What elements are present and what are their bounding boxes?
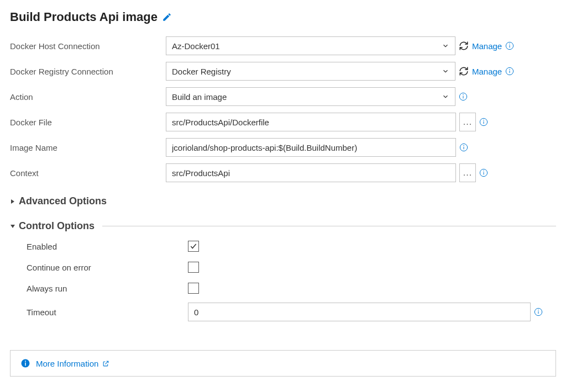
edit-title-button[interactable] <box>162 12 172 22</box>
chevron-down-icon <box>442 42 449 50</box>
info-icon <box>505 41 514 50</box>
context-info[interactable] <box>479 168 488 177</box>
caret-down-icon <box>10 224 15 229</box>
svg-point-17 <box>484 171 484 171</box>
svg-marker-18 <box>11 199 14 204</box>
info-icon <box>505 67 514 76</box>
advanced-options-title: Advanced Options <box>19 195 107 207</box>
docker-registry-manage-link[interactable]: Manage <box>472 67 502 76</box>
docker-registry-label: Docker Registry Connection <box>10 67 166 76</box>
docker-host-manage-link[interactable]: Manage <box>472 41 502 51</box>
docker-file-browse-button[interactable]: ... <box>459 113 476 131</box>
docker-registry-info[interactable] <box>505 67 514 76</box>
action-select[interactable]: Build an image <box>166 87 455 106</box>
chevron-down-icon <box>442 67 449 75</box>
timeout-label: Timeout <box>27 308 188 317</box>
context-input[interactable] <box>166 163 456 182</box>
docker-host-info[interactable] <box>505 41 514 50</box>
docker-registry-select[interactable]: Docker Registry <box>166 62 455 81</box>
action-label: Action <box>10 92 166 102</box>
check-icon <box>190 242 197 250</box>
enabled-label: Enabled <box>27 242 188 251</box>
enabled-checkbox[interactable] <box>188 241 199 252</box>
more-information-box: More Information <box>10 350 556 377</box>
continue-on-error-label: Continue on error <box>27 263 188 272</box>
info-icon <box>459 143 468 152</box>
info-icon <box>479 118 488 126</box>
svg-point-14 <box>464 145 464 146</box>
more-information-link[interactable]: More Information <box>36 359 109 368</box>
refresh-icon <box>459 66 469 76</box>
pencil-icon <box>162 12 172 22</box>
svg-rect-24 <box>25 363 26 366</box>
info-icon <box>459 92 468 101</box>
svg-point-8 <box>463 94 464 95</box>
svg-point-5 <box>510 69 510 70</box>
timeout-info[interactable] <box>534 308 543 316</box>
svg-point-2 <box>510 44 510 44</box>
refresh-icon <box>459 41 469 51</box>
docker-registry-value: Docker Registry <box>172 67 442 76</box>
svg-point-22 <box>538 310 539 310</box>
caret-right-icon <box>10 199 15 204</box>
control-options-header[interactable]: Control Options <box>10 220 556 232</box>
advanced-options-header[interactable]: Advanced Options <box>10 195 556 207</box>
context-browse-button[interactable]: ... <box>459 163 476 182</box>
divider <box>102 226 556 226</box>
docker-host-refresh[interactable] <box>459 41 469 51</box>
docker-host-value: Az-Docker01 <box>172 41 442 51</box>
chevron-down-icon <box>442 93 449 100</box>
page-title: Build Products Api image <box>10 10 158 24</box>
info-icon <box>534 308 543 316</box>
docker-host-label: Docker Host Connection <box>10 41 166 51</box>
always-run-checkbox[interactable] <box>188 283 199 294</box>
svg-point-11 <box>484 120 484 120</box>
docker-host-select[interactable]: Az-Docker01 <box>166 36 455 55</box>
image-name-info[interactable] <box>459 143 468 152</box>
image-name-label: Image Name <box>10 143 166 152</box>
docker-file-label: Docker File <box>10 118 166 127</box>
always-run-label: Always run <box>27 284 188 293</box>
info-filled-icon <box>20 358 30 368</box>
svg-point-25 <box>25 361 26 362</box>
action-info[interactable] <box>459 92 468 101</box>
more-information-label: More Information <box>36 359 98 368</box>
control-options-title: Control Options <box>19 220 95 232</box>
svg-marker-19 <box>11 225 15 228</box>
docker-file-input[interactable] <box>166 113 456 131</box>
info-icon <box>479 168 488 177</box>
external-link-icon <box>102 360 109 367</box>
timeout-input[interactable] <box>188 303 531 321</box>
action-value: Build an image <box>172 92 442 102</box>
continue-on-error-checkbox[interactable] <box>188 262 199 273</box>
image-name-input[interactable] <box>166 138 456 157</box>
docker-registry-refresh[interactable] <box>459 66 469 76</box>
docker-file-info[interactable] <box>479 118 488 126</box>
context-label: Context <box>10 168 166 178</box>
